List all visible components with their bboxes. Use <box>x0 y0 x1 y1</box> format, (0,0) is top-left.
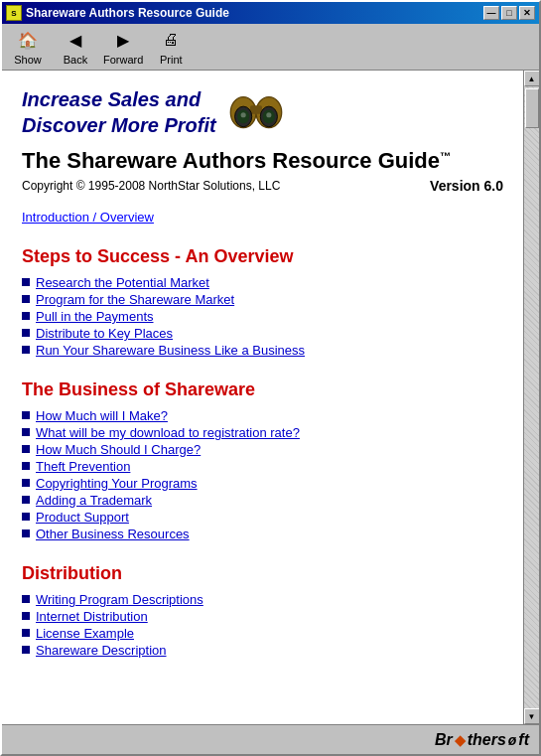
app-icon: S <box>6 5 22 21</box>
title-buttons: — □ ✕ <box>483 6 535 20</box>
list-item: Internet Distribution <box>22 609 503 624</box>
link-download-rate[interactable]: What will be my download to registration… <box>36 425 300 440</box>
header-section: Increase Sales and Discover More Profit <box>22 85 503 138</box>
bullet-icon <box>22 496 30 504</box>
print-button[interactable]: 🖨 Print <box>151 28 191 66</box>
scroll-down-button[interactable]: ▼ <box>524 708 540 724</box>
scroll-thumb[interactable] <box>525 88 539 128</box>
business-heading: The Business of Shareware <box>22 379 503 400</box>
forward-label: Forward <box>103 54 143 66</box>
link-theft[interactable]: Theft Prevention <box>36 459 130 474</box>
bullet-icon <box>22 346 30 354</box>
list-item: What will be my download to registration… <box>22 425 503 440</box>
bullet-icon <box>22 513 30 521</box>
close-button[interactable]: ✕ <box>519 6 535 20</box>
link-charge[interactable]: How Much Should I Charge? <box>36 442 201 457</box>
intro-section: Introduction / Overview <box>22 210 503 225</box>
list-item: Writing Program Descriptions <box>22 592 503 607</box>
list-item: Research the Potential Market <box>22 275 503 290</box>
business-list: How Much will I Make? What will be my do… <box>22 408 503 541</box>
trademark: ™ <box>440 150 451 162</box>
main-title: The Shareware Authors Resource Guide™ <box>22 148 503 174</box>
minimize-button[interactable]: — <box>483 6 499 20</box>
maximize-button[interactable]: □ <box>501 6 517 20</box>
bullet-icon <box>22 629 30 637</box>
svg-point-7 <box>240 112 245 117</box>
bullet-icon <box>22 278 30 286</box>
link-license[interactable]: License Example <box>36 626 134 641</box>
brand-text-ft: ft <box>518 731 529 749</box>
scrollbar: ▲ ▼ <box>523 71 539 724</box>
list-item: Shareware Description <box>22 643 503 658</box>
forward-icon: ▶ <box>111 28 135 52</box>
binoculars-svg <box>226 85 286 135</box>
header-line1: Increase Sales and <box>22 86 216 112</box>
svg-rect-2 <box>250 105 262 114</box>
copyright-text: Copyright © 1995-2008 NorthStar Solution… <box>22 179 280 193</box>
window-title: Shareware Authors Resource Guide <box>26 6 229 20</box>
scroll-up-button[interactable]: ▲ <box>524 71 540 86</box>
header-line2: Discover More Profit <box>22 112 216 138</box>
distribution-heading: Distribution <box>22 563 503 584</box>
list-item: Run Your Shareware Business Like a Busin… <box>22 343 503 358</box>
bullet-icon <box>22 428 30 436</box>
bullet-icon <box>22 529 30 537</box>
link-shareware-desc[interactable]: Shareware Description <box>36 643 167 658</box>
link-distribute-key[interactable]: Distribute to Key Places <box>36 326 173 341</box>
bullet-icon <box>22 462 30 470</box>
list-item: Other Business Resources <box>22 527 503 541</box>
link-internet-distribution[interactable]: Internet Distribution <box>36 609 148 624</box>
link-payments[interactable]: Pull in the Payments <box>36 309 154 324</box>
brand-text-b: Br <box>435 731 453 749</box>
brand-o-slash: ø <box>508 732 517 748</box>
title-bar: S Shareware Authors Resource Guide — □ ✕ <box>2 2 539 24</box>
binoculars-image <box>226 85 286 138</box>
list-item: Adding a Trademark <box>22 493 503 508</box>
bullet-icon <box>22 595 30 603</box>
back-button[interactable]: ◀ Back <box>56 28 95 66</box>
bullet-icon <box>22 411 30 419</box>
list-item: How Much Should I Charge? <box>22 442 503 457</box>
bullet-icon <box>22 329 30 337</box>
bullet-icon <box>22 312 30 320</box>
link-writing-descriptions[interactable]: Writing Program Descriptions <box>36 592 203 607</box>
steps-list: Research the Potential Market Program fo… <box>22 275 503 358</box>
link-other-business[interactable]: Other Business Resources <box>36 527 190 541</box>
link-trademark[interactable]: Adding a Trademark <box>36 493 152 508</box>
bullet-icon <box>22 479 30 487</box>
link-run-business[interactable]: Run Your Shareware Business Like a Busin… <box>36 343 305 358</box>
header-text: Increase Sales and Discover More Profit <box>22 86 216 138</box>
copyright-line: Copyright © 1995-2008 NorthStar Solution… <box>22 178 503 194</box>
brand-diamond: ◆ <box>455 732 466 748</box>
print-label: Print <box>160 54 183 66</box>
list-item: Theft Prevention <box>22 459 503 474</box>
show-icon: 🏠 <box>16 28 40 52</box>
link-copyright[interactable]: Copyrighting Your Programs <box>36 476 198 491</box>
link-program[interactable]: Program for the Shareware Market <box>36 292 234 307</box>
back-icon: ◀ <box>64 28 87 52</box>
link-research[interactable]: Research the Potential Market <box>36 275 209 290</box>
list-item: Program for the Shareware Market <box>22 292 503 307</box>
svg-point-8 <box>266 112 271 117</box>
list-item: License Example <box>22 626 503 641</box>
bullet-icon <box>22 295 30 303</box>
forward-button[interactable]: ▶ Forward <box>103 28 143 66</box>
intro-link[interactable]: Introduction / Overview <box>22 210 154 225</box>
brand-text-thers: thers <box>468 731 506 749</box>
business-section: The Business of Shareware How Much will … <box>22 379 503 541</box>
distribution-section: Distribution Writing Program Description… <box>22 563 503 658</box>
bottom-bar: Br ◆ thers ø ft <box>2 724 539 754</box>
back-label: Back <box>64 54 87 66</box>
list-item: Product Support <box>22 510 503 525</box>
toolbar: 🏠 Show ◀ Back ▶ Forward 🖨 Print <box>2 24 539 71</box>
list-item: Copyrighting Your Programs <box>22 476 503 491</box>
show-button[interactable]: 🏠 Show <box>8 28 48 66</box>
scroll-track[interactable] <box>524 86 539 708</box>
print-icon: 🖨 <box>159 28 183 52</box>
title-bar-left: S Shareware Authors Resource Guide <box>6 5 229 21</box>
link-support[interactable]: Product Support <box>36 510 129 525</box>
link-how-much-make[interactable]: How Much will I Make? <box>36 408 168 423</box>
branding-area: Br ◆ thers ø ft <box>435 731 529 749</box>
page-content: Increase Sales and Discover More Profit <box>2 71 523 724</box>
show-label: Show <box>14 54 42 66</box>
